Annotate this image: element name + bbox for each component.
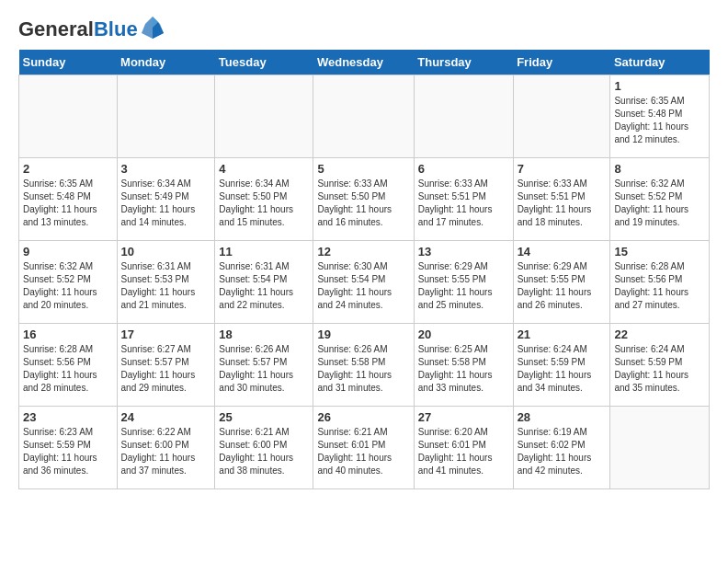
calendar-cell: 14Sunrise: 6:29 AM Sunset: 5:55 PM Dayli… xyxy=(513,241,610,324)
day-info: Sunrise: 6:21 AM Sunset: 6:01 PM Dayligh… xyxy=(317,426,409,477)
day-info: Sunrise: 6:35 AM Sunset: 5:48 PM Dayligh… xyxy=(614,95,705,146)
day-number: 26 xyxy=(317,410,409,424)
day-number: 9 xyxy=(23,245,113,259)
day-number: 15 xyxy=(614,245,705,259)
day-info: Sunrise: 6:25 AM Sunset: 5:58 PM Dayligh… xyxy=(418,343,509,395)
day-info: Sunrise: 6:35 AM Sunset: 5:48 PM Dayligh… xyxy=(23,178,113,229)
day-number: 27 xyxy=(418,410,509,424)
calendar-cell: 24Sunrise: 6:22 AM Sunset: 6:00 PM Dayli… xyxy=(117,407,215,489)
calendar-cell: 25Sunrise: 6:21 AM Sunset: 6:00 PM Dayli… xyxy=(215,407,313,489)
calendar-cell: 20Sunrise: 6:25 AM Sunset: 5:58 PM Dayli… xyxy=(414,324,513,407)
calendar-cell xyxy=(117,75,215,158)
calendar-cell: 7Sunrise: 6:33 AM Sunset: 5:51 PM Daylig… xyxy=(513,158,610,241)
calendar-cell xyxy=(313,75,414,158)
calendar-cell: 27Sunrise: 6:20 AM Sunset: 6:01 PM Dayli… xyxy=(414,407,513,489)
day-info: Sunrise: 6:33 AM Sunset: 5:50 PM Dayligh… xyxy=(317,178,409,229)
calendar-cell xyxy=(215,75,313,158)
calendar-cell: 16Sunrise: 6:28 AM Sunset: 5:56 PM Dayli… xyxy=(19,324,118,407)
calendar-cell: 9Sunrise: 6:32 AM Sunset: 5:52 PM Daylig… xyxy=(19,241,118,324)
calendar-cell: 23Sunrise: 6:23 AM Sunset: 5:59 PM Dayli… xyxy=(19,407,118,489)
calendar-cell: 18Sunrise: 6:26 AM Sunset: 5:57 PM Dayli… xyxy=(215,324,313,407)
day-info: Sunrise: 6:20 AM Sunset: 6:01 PM Dayligh… xyxy=(418,426,509,477)
day-info: Sunrise: 6:19 AM Sunset: 6:02 PM Dayligh… xyxy=(518,426,607,477)
day-number: 18 xyxy=(219,327,309,341)
day-info: Sunrise: 6:26 AM Sunset: 5:58 PM Dayligh… xyxy=(317,343,409,395)
day-info: Sunrise: 6:31 AM Sunset: 5:53 PM Dayligh… xyxy=(121,260,211,312)
calendar-cell: 17Sunrise: 6:27 AM Sunset: 5:57 PM Dayli… xyxy=(117,324,215,407)
calendar-cell: 19Sunrise: 6:26 AM Sunset: 5:58 PM Dayli… xyxy=(313,324,414,407)
calendar-cell xyxy=(414,75,513,158)
day-number: 21 xyxy=(518,327,607,341)
calendar-cell: 15Sunrise: 6:28 AM Sunset: 5:56 PM Dayli… xyxy=(610,241,710,324)
day-number: 23 xyxy=(23,410,113,424)
calendar-week-4: 16Sunrise: 6:28 AM Sunset: 5:56 PM Dayli… xyxy=(19,324,710,407)
day-number: 17 xyxy=(121,327,211,341)
calendar-cell: 28Sunrise: 6:19 AM Sunset: 6:02 PM Dayli… xyxy=(513,407,610,489)
calendar-cell: 21Sunrise: 6:24 AM Sunset: 5:59 PM Dayli… xyxy=(513,324,610,407)
day-number: 24 xyxy=(121,410,211,424)
calendar-week-3: 9Sunrise: 6:32 AM Sunset: 5:52 PM Daylig… xyxy=(19,241,710,324)
day-info: Sunrise: 6:33 AM Sunset: 5:51 PM Dayligh… xyxy=(518,178,607,229)
logo-icon xyxy=(140,15,165,40)
calendar-cell: 1Sunrise: 6:35 AM Sunset: 5:48 PM Daylig… xyxy=(610,75,710,158)
day-number: 16 xyxy=(23,327,113,341)
day-info: Sunrise: 6:24 AM Sunset: 5:59 PM Dayligh… xyxy=(614,343,705,395)
calendar-cell: 26Sunrise: 6:21 AM Sunset: 6:01 PM Dayli… xyxy=(313,407,414,489)
calendar-table: SundayMondayTuesdayWednesdayThursdayFrid… xyxy=(18,50,710,489)
day-number: 10 xyxy=(121,245,211,259)
day-number: 19 xyxy=(317,327,409,341)
calendar-cell xyxy=(513,75,610,158)
day-number: 14 xyxy=(518,245,607,259)
day-number: 2 xyxy=(23,162,113,176)
calendar-cell xyxy=(19,75,118,158)
day-number: 6 xyxy=(418,162,509,176)
day-info: Sunrise: 6:32 AM Sunset: 5:52 PM Dayligh… xyxy=(23,260,113,312)
day-info: Sunrise: 6:23 AM Sunset: 5:59 PM Dayligh… xyxy=(23,426,113,477)
calendar-cell: 8Sunrise: 6:32 AM Sunset: 5:52 PM Daylig… xyxy=(610,158,710,241)
logo: GeneralBlue xyxy=(18,18,165,40)
day-number: 3 xyxy=(121,162,211,176)
day-info: Sunrise: 6:30 AM Sunset: 5:54 PM Dayligh… xyxy=(317,260,409,312)
calendar-cell: 10Sunrise: 6:31 AM Sunset: 5:53 PM Dayli… xyxy=(117,241,215,324)
day-info: Sunrise: 6:32 AM Sunset: 5:52 PM Dayligh… xyxy=(614,178,705,229)
day-number: 12 xyxy=(317,245,409,259)
calendar-cell: 4Sunrise: 6:34 AM Sunset: 5:50 PM Daylig… xyxy=(215,158,313,241)
page-header: GeneralBlue xyxy=(18,18,710,40)
logo-text: GeneralBlue xyxy=(18,18,138,40)
day-number: 5 xyxy=(317,162,409,176)
calendar-cell: 3Sunrise: 6:34 AM Sunset: 5:49 PM Daylig… xyxy=(117,158,215,241)
weekday-header-friday: Friday xyxy=(513,50,610,75)
day-info: Sunrise: 6:29 AM Sunset: 5:55 PM Dayligh… xyxy=(418,260,509,312)
day-number: 25 xyxy=(219,410,309,424)
weekday-header-sunday: Sunday xyxy=(19,50,118,75)
day-info: Sunrise: 6:28 AM Sunset: 5:56 PM Dayligh… xyxy=(614,260,705,312)
day-number: 11 xyxy=(219,245,309,259)
day-number: 22 xyxy=(614,327,705,341)
day-info: Sunrise: 6:22 AM Sunset: 6:00 PM Dayligh… xyxy=(121,426,211,477)
day-info: Sunrise: 6:24 AM Sunset: 5:59 PM Dayligh… xyxy=(518,343,607,395)
calendar-cell: 5Sunrise: 6:33 AM Sunset: 5:50 PM Daylig… xyxy=(313,158,414,241)
calendar-cell: 13Sunrise: 6:29 AM Sunset: 5:55 PM Dayli… xyxy=(414,241,513,324)
weekday-header-monday: Monday xyxy=(117,50,215,75)
weekday-header-tuesday: Tuesday xyxy=(215,50,313,75)
calendar-cell xyxy=(610,407,710,489)
calendar-cell: 11Sunrise: 6:31 AM Sunset: 5:54 PM Dayli… xyxy=(215,241,313,324)
calendar-cell: 22Sunrise: 6:24 AM Sunset: 5:59 PM Dayli… xyxy=(610,324,710,407)
day-number: 7 xyxy=(518,162,607,176)
day-info: Sunrise: 6:33 AM Sunset: 5:51 PM Dayligh… xyxy=(418,178,509,229)
day-number: 20 xyxy=(418,327,509,341)
day-info: Sunrise: 6:28 AM Sunset: 5:56 PM Dayligh… xyxy=(23,343,113,395)
day-info: Sunrise: 6:34 AM Sunset: 5:50 PM Dayligh… xyxy=(219,178,309,229)
weekday-header-wednesday: Wednesday xyxy=(313,50,414,75)
weekday-header-thursday: Thursday xyxy=(414,50,513,75)
weekday-header-saturday: Saturday xyxy=(610,50,710,75)
calendar-week-2: 2Sunrise: 6:35 AM Sunset: 5:48 PM Daylig… xyxy=(19,158,710,241)
day-info: Sunrise: 6:21 AM Sunset: 6:00 PM Dayligh… xyxy=(219,426,309,477)
day-info: Sunrise: 6:26 AM Sunset: 5:57 PM Dayligh… xyxy=(219,343,309,395)
calendar-cell: 12Sunrise: 6:30 AM Sunset: 5:54 PM Dayli… xyxy=(313,241,414,324)
day-number: 4 xyxy=(219,162,309,176)
day-info: Sunrise: 6:27 AM Sunset: 5:57 PM Dayligh… xyxy=(121,343,211,395)
day-info: Sunrise: 6:29 AM Sunset: 5:55 PM Dayligh… xyxy=(518,260,607,312)
day-number: 13 xyxy=(418,245,509,259)
day-number: 28 xyxy=(518,410,607,424)
